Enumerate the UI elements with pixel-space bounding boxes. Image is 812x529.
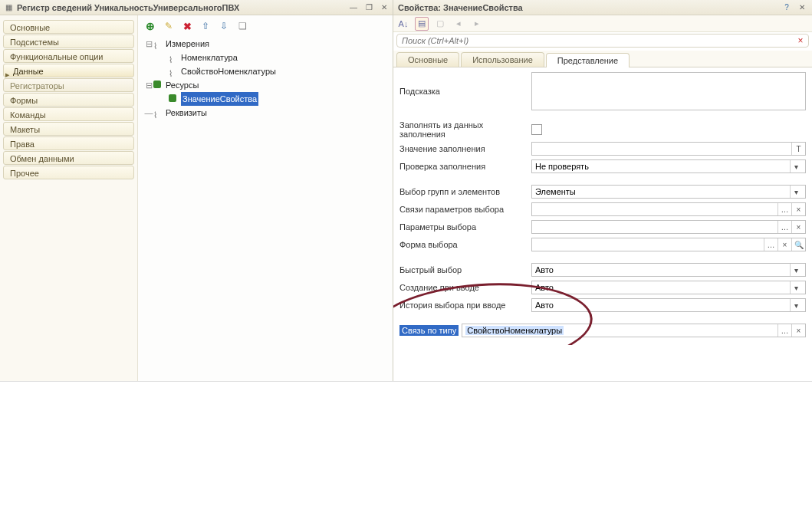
sidebar-item-templates[interactable]: Макеты	[3, 122, 134, 136]
tree-label: СвойствоНоменклатуры	[181, 64, 276, 78]
close-button[interactable]: ✕	[379, 2, 390, 13]
edit-button[interactable]: ✎	[163, 20, 175, 32]
combo-value: Не проверять	[535, 162, 589, 171]
sidebar-item-other[interactable]: Прочее	[3, 166, 134, 179]
link-by-type-label: Связь по типу	[399, 325, 459, 336]
open-dialog-button[interactable]: …	[777, 221, 791, 233]
fill-check-combo[interactable]: Не проверять▾	[531, 159, 806, 173]
categories-icon[interactable]: ▤	[415, 17, 429, 31]
sidebar-item-forms[interactable]: Формы	[3, 93, 134, 107]
svg-rect-0	[153, 80, 161, 88]
clear-button[interactable]: ×	[791, 221, 805, 233]
fill-from-data-checkbox[interactable]	[531, 124, 542, 135]
clear-button[interactable]: ×	[791, 203, 805, 215]
resources-icon	[153, 80, 163, 90]
sidebar-item-commands[interactable]: Команды	[3, 107, 134, 121]
tree-label: ЗначениеСвойства	[181, 92, 258, 106]
filter-icon: ▢	[433, 17, 447, 31]
resource-icon	[169, 94, 178, 104]
properties-titlebar: Свойства: ЗначениеСвойства ? ✕	[393, 0, 812, 15]
sidebar-label: Регистраторы	[10, 81, 64, 90]
param-links-input[interactable]	[531, 202, 806, 216]
link-by-type-input[interactable]: СвойствоНоменклатуры	[462, 324, 806, 337]
chevron-down-icon[interactable]: ▾	[790, 299, 802, 311]
quick-selection-label: Быстрый выбор	[399, 265, 531, 274]
selection-params-label: Параметры выбора	[399, 222, 531, 232]
sidebar-item-data[interactable]: Данные	[3, 64, 134, 77]
delete-button[interactable]: ✖	[181, 20, 193, 32]
move-down-button[interactable]: ⇩	[218, 20, 230, 32]
tree-label: Реквизиты	[166, 106, 207, 120]
chevron-down-icon[interactable]: ▾	[790, 264, 802, 276]
fill-check-label: Проверка заполнения	[399, 162, 531, 171]
selection-form-label: Форма выбора	[399, 240, 531, 249]
left-window-title: Регистр сведений УникальностьУниверсальн…	[17, 3, 239, 12]
sidebar-label: Права	[10, 140, 35, 149]
tab-usage[interactable]: Использование	[461, 52, 544, 67]
tree-dimension-item[interactable]: ⌇ Номенклатура	[167, 51, 388, 64]
sidebar-item-main[interactable]: Основные	[3, 20, 134, 34]
properties-title: Свойства: ЗначениеСвойства	[398, 3, 523, 12]
help-button[interactable]: ?	[781, 2, 792, 13]
group-selection-combo[interactable]: Элементы▾	[531, 185, 806, 199]
collapse-icon[interactable]: ⊟	[144, 37, 153, 51]
open-dialog-button[interactable]: …	[764, 238, 777, 251]
tree-group-attributes[interactable]: — ⌇ Реквизиты	[143, 106, 388, 120]
close-properties-button[interactable]: ✕	[797, 2, 807, 13]
sidebar-label: Основные	[10, 23, 50, 32]
nav-forward-icon: ▸	[470, 17, 484, 31]
sidebar-item-registrators[interactable]: Регистраторы	[3, 78, 134, 92]
tree-dimension-item[interactable]: ⌇ СвойствоНоменклатуры	[167, 64, 388, 78]
properties-search: ×	[396, 34, 809, 49]
attributes-icon: ⌇	[153, 108, 163, 117]
combo-value: Авто	[535, 265, 554, 274]
fill-value-label: Значение заполнения	[399, 144, 531, 153]
fill-from-data-label: Заполнять из данных заполнения	[399, 120, 531, 139]
clear-search-button[interactable]: ×	[795, 35, 806, 46]
type-button[interactable]: T	[791, 143, 805, 155]
tree-group-resources[interactable]: ⊟ Ресурсы	[143, 78, 388, 92]
left-pane: ▦ Регистр сведений УникальностьУниверсал…	[0, 0, 393, 381]
selection-params-input[interactable]	[531, 220, 806, 234]
svg-rect-1	[169, 94, 176, 102]
clear-button[interactable]: ×	[777, 238, 791, 251]
fill-value-input[interactable]	[531, 142, 806, 156]
sort-az-icon[interactable]: A↓	[396, 17, 410, 31]
open-dialog-button[interactable]: …	[777, 324, 791, 337]
link-by-type-row: Связь по типу СвойствоНоменклатуры … ×	[399, 323, 806, 338]
tab-presentation[interactable]: Представление	[546, 53, 630, 67]
search-input[interactable]	[396, 34, 809, 48]
sidebar-item-functional-options[interactable]: Функциональные опции	[3, 49, 134, 63]
hint-textarea[interactable]	[531, 72, 806, 110]
input-history-combo[interactable]: Авто▾	[531, 298, 806, 312]
chevron-down-icon[interactable]: ▾	[790, 186, 802, 198]
sidebar-item-exchange[interactable]: Обмен данными	[3, 151, 134, 165]
section-sidebar: Основные Подсистемы Функциональные опции…	[0, 15, 138, 381]
chevron-down-icon[interactable]: ▾	[790, 160, 802, 172]
restore-button[interactable]: ❐	[363, 2, 374, 13]
find-button[interactable]: 🔍	[791, 238, 805, 251]
tree-resource-item-selected[interactable]: ЗначениеСвойства	[167, 92, 388, 106]
left-titlebar: ▦ Регистр сведений УникальностьУниверсал…	[0, 0, 393, 15]
sidebar-item-rights[interactable]: Права	[3, 136, 134, 150]
combo-value: Элементы	[535, 187, 576, 196]
quick-selection-combo[interactable]: Авто▾	[531, 263, 806, 277]
minimize-button[interactable]: —	[348, 2, 359, 13]
clear-button[interactable]: ×	[791, 324, 805, 337]
move-up-button[interactable]: ⇧	[199, 20, 212, 32]
copy-button[interactable]: ❏	[236, 20, 248, 32]
sidebar-item-subsystems[interactable]: Подсистемы	[3, 34, 134, 48]
chevron-down-icon[interactable]: ▾	[790, 281, 802, 294]
open-dialog-button[interactable]: …	[777, 203, 791, 215]
dimension-icon: ⌇	[169, 53, 178, 62]
sidebar-label: Функциональные опции	[10, 52, 103, 61]
add-button[interactable]: ⊕	[144, 20, 156, 32]
tree-group-dimensions[interactable]: ⊟ ⌇ Измерения	[143, 37, 388, 51]
properties-toolbar: A↓ ▤ ▢ ◂ ▸	[393, 15, 812, 32]
tab-main[interactable]: Основные	[396, 52, 459, 67]
sidebar-label: Данные	[13, 67, 44, 76]
properties-pane: Свойства: ЗначениеСвойства ? ✕ A↓ ▤ ▢ ◂ …	[393, 0, 812, 381]
create-on-input-combo[interactable]: Авто▾	[531, 281, 806, 294]
expand-icon[interactable]: —	[144, 106, 153, 120]
collapse-icon[interactable]: ⊟	[144, 78, 153, 92]
